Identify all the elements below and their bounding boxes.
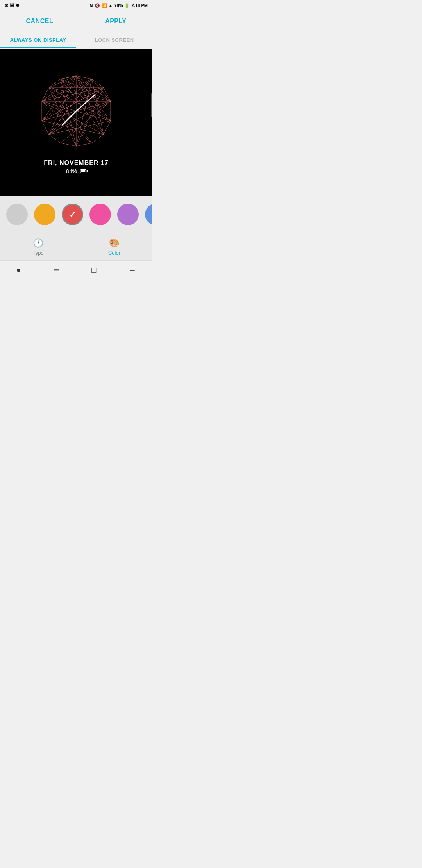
bottom-toolbar: 🕐 Type 🎨 Color <box>0 233 152 260</box>
svg-line-14 <box>42 79 92 121</box>
cancel-button[interactable]: CANCEL <box>10 14 69 29</box>
mute-icon: 🔇 <box>95 3 100 8</box>
svg-line-29 <box>61 79 111 121</box>
color-option-purple[interactable] <box>117 204 139 225</box>
app-icon: ⊞ <box>16 3 19 8</box>
apply-button[interactable]: APPLY <box>89 14 142 29</box>
status-icons-left: ✉ 🖼 ⊞ <box>5 3 19 8</box>
date-display: FRI, NOVEMBER 17 84% <box>44 160 108 174</box>
recents-button[interactable]: □ <box>91 265 96 274</box>
toolbar-type-button[interactable]: 🕐 Type <box>0 233 76 260</box>
preview-area: FRI, NOVEMBER 17 84% <box>0 49 152 196</box>
svg-line-10 <box>92 79 111 101</box>
battery-percentage-text: 84% <box>66 168 77 174</box>
type-icon: 🕐 <box>33 238 43 248</box>
svg-line-6 <box>42 76 76 121</box>
color-option-blue[interactable] <box>145 204 152 225</box>
status-icons-right: N 🔇 📶 ▲ 78% 🔋 2:18 PM <box>90 3 148 8</box>
tab-always-on-display[interactable]: ALWAYS ON DISPLAY <box>0 31 76 48</box>
back-button[interactable]: ← <box>129 265 136 274</box>
menu-button[interactable]: ⊨ <box>53 266 59 274</box>
battery-preview-icon <box>80 169 86 173</box>
wifi-icon: 📶 <box>102 3 107 8</box>
svg-line-33 <box>42 101 92 143</box>
battery-percent: 78% <box>114 3 123 8</box>
color-option-yellow[interactable] <box>34 204 55 225</box>
date-text: FRI, NOVEMBER 17 <box>44 160 108 167</box>
battery-icon: 🔋 <box>124 3 130 8</box>
image-icon: 🖼 <box>10 3 14 8</box>
clock: 2:18 PM <box>131 3 148 8</box>
tab-lock-screen[interactable]: LOCK SCREEN <box>76 31 152 48</box>
battery-display: 84% <box>44 168 108 174</box>
selected-checkmark: ✓ <box>69 210 76 219</box>
home-button[interactable]: ● <box>16 265 21 274</box>
action-bar: CANCEL APPLY <box>0 11 152 31</box>
status-bar: ✉ 🖼 ⊞ N 🔇 📶 ▲ 78% 🔋 2:18 PM <box>0 0 152 11</box>
svg-line-2 <box>76 76 111 121</box>
color-option-white[interactable] <box>6 204 28 225</box>
navigation-bar: ● ⊨ □ ← <box>0 260 152 279</box>
gmail-icon: ✉ <box>5 3 8 8</box>
scroll-indicator[interactable] <box>151 93 152 117</box>
type-label: Type <box>32 250 43 256</box>
color-picker: ✓ <box>0 196 152 233</box>
color-palette-icon: 🎨 <box>109 238 120 248</box>
signal-icon: ▲ <box>109 3 113 8</box>
color-label: Color <box>108 250 120 256</box>
toolbar-color-button[interactable]: 🎨 Color <box>76 233 152 260</box>
svg-line-37 <box>61 101 111 143</box>
color-option-pink[interactable] <box>89 204 111 225</box>
clock-face <box>37 72 115 150</box>
color-option-red[interactable]: ✓ <box>62 204 83 225</box>
nfc-icon: N <box>90 3 93 8</box>
tab-bar: ALWAYS ON DISPLAY LOCK SCREEN <box>0 31 152 49</box>
